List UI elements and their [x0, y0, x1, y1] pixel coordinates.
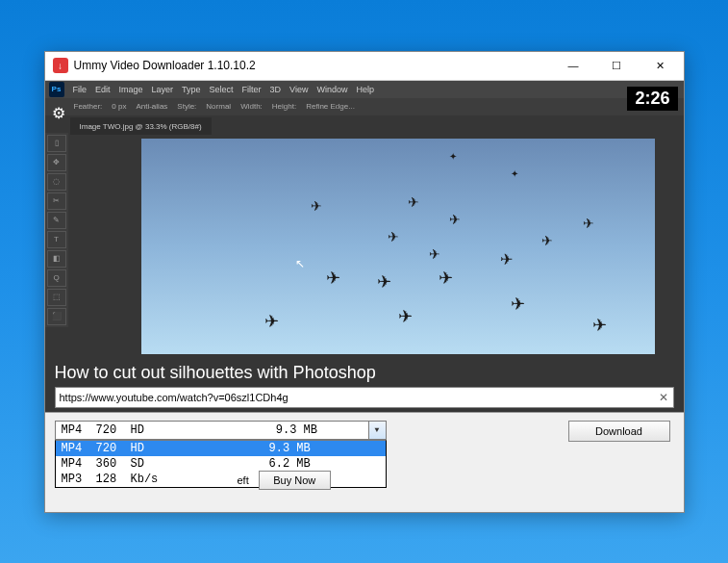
- close-button[interactable]: ✕: [639, 52, 682, 79]
- ps-menu-item: Type: [182, 85, 201, 94]
- format-dropdown: MP4 720 HD 9.3 MBMP4 360 SD 6.2 MBMP3 12…: [55, 440, 387, 488]
- ps-opt: Style:: [177, 102, 196, 111]
- url-input[interactable]: [56, 392, 654, 403]
- settings-icon[interactable]: ⚙: [49, 104, 68, 123]
- bird-icon: ✈: [592, 315, 607, 336]
- clear-url-icon[interactable]: ✕: [654, 391, 673, 404]
- ps-menu-item: Window: [316, 85, 347, 94]
- bird-icon: ✈: [583, 216, 594, 231]
- ps-menu-item: File: [73, 85, 88, 94]
- video-title: How to cut out silhouettes with Photosho…: [55, 363, 376, 383]
- window-title: Ummy Video Downloader 1.10.10.2: [74, 59, 552, 72]
- format-option[interactable]: MP4 720 HD 9.3 MB: [56, 441, 386, 456]
- ps-tool-icon: ✥: [47, 154, 66, 171]
- app-window: Ummy Video Downloader 1.10.10.2 — ☐ ✕ Ps…: [44, 51, 685, 513]
- video-preview: Ps File Edit Image Layer Type Select Fil…: [45, 81, 684, 412]
- video-thumbnail-canvas: ✦ ✦ ✈ ✈ ✈ ✈ ✈ ✈ ✈ ✈ ✈ ✈ ✈ ✈ ✈ ✈ ✈ ↖: [141, 139, 655, 354]
- bird-icon: ✈: [311, 198, 322, 214]
- ps-menu-item: Help: [356, 85, 374, 94]
- maximize-button[interactable]: ☐: [595, 52, 639, 79]
- ps-opt: Normal: [206, 102, 231, 111]
- ps-opt: Feather:: [74, 102, 103, 111]
- window-controls: — ☐ ✕: [552, 52, 682, 79]
- chevron-down-icon: ▼: [368, 422, 386, 439]
- video-duration: 2:26: [627, 87, 677, 111]
- cursor-icon: ↖: [295, 257, 305, 270]
- format-option[interactable]: MP3 128 Kb/s 2.2 MB: [56, 472, 386, 487]
- bottom-panel: MP4 720 HD 9.3 MB ▼ MP4 720 HD 9.3 MBMP4…: [45, 412, 684, 512]
- photoshop-options-bar: Feather: 0 px Anti-alias Style: Normal W…: [45, 98, 684, 115]
- ps-tool-icon: ◌: [47, 173, 66, 191]
- ps-tool-icon: ⬛: [47, 308, 66, 325]
- trial-row: eft Buy Now: [238, 471, 331, 490]
- ps-opt: Anti-alias: [136, 102, 167, 111]
- photoshop-logo-icon: Ps: [49, 82, 64, 97]
- ps-menu-item: Filter: [242, 85, 262, 94]
- photoshop-menubar: Ps File Edit Image Layer Type Select Fil…: [45, 81, 684, 98]
- ps-menu-item: Edit: [95, 85, 111, 94]
- format-select: MP4 720 HD 9.3 MB ▼ MP4 720 HD 9.3 MBMP4…: [55, 421, 387, 488]
- ps-tool-icon: T: [47, 231, 66, 248]
- trial-text: eft: [238, 474, 249, 486]
- bird-icon: ✈: [264, 311, 279, 332]
- bird-icon: ✈: [449, 212, 461, 227]
- bird-icon: ✈: [429, 246, 440, 262]
- url-input-bar: ✕: [55, 387, 674, 408]
- bird-icon: ✈: [500, 250, 513, 269]
- bird-icon: ✈: [408, 194, 419, 210]
- bird-icon: ✈: [326, 268, 340, 289]
- titlebar: Ummy Video Downloader 1.10.10.2 — ☐ ✕: [45, 52, 684, 81]
- ps-tool-icon: ▯: [47, 135, 66, 152]
- bird-icon: ✦: [511, 168, 518, 179]
- photoshop-tab: Image TWO.jpg @ 33.3% (RGB/8#): [70, 117, 212, 135]
- bird-icon: ✈: [439, 268, 453, 289]
- photoshop-toolbar: ▯ ✥ ◌ ✂ ✎ T ◧ Q ⬚ ⬛: [45, 133, 68, 327]
- ps-menu-item: View: [289, 85, 308, 94]
- bird-icon: ✈: [377, 271, 391, 293]
- ps-tool-icon: ◧: [47, 250, 66, 268]
- bird-icon: ✦: [449, 151, 457, 162]
- ps-menu-item: 3D: [270, 85, 282, 94]
- ps-menu-item: Select: [210, 85, 234, 94]
- format-selected-label: MP4 720 HD 9.3 MB: [56, 423, 368, 437]
- bird-icon: ✈: [541, 233, 553, 248]
- format-option[interactable]: MP4 360 SD 6.2 MB: [56, 456, 386, 472]
- ps-opt: Height:: [272, 102, 296, 111]
- bird-icon: ✈: [511, 294, 525, 315]
- ps-opt: Refine Edge...: [306, 102, 355, 111]
- minimize-button[interactable]: —: [552, 52, 595, 79]
- ps-opt: Width:: [240, 102, 263, 111]
- ps-tool-icon: ✎: [47, 212, 66, 229]
- ps-menu-item: Layer: [152, 85, 174, 94]
- ps-opt: 0 px: [112, 102, 126, 111]
- format-select-button[interactable]: MP4 720 HD 9.3 MB ▼: [55, 421, 387, 440]
- ps-tool-icon: ✂: [47, 192, 66, 210]
- app-icon: [53, 58, 68, 73]
- download-button[interactable]: Download: [568, 421, 670, 442]
- ps-tool-icon: ⬚: [47, 289, 66, 306]
- ps-menu-item: Image: [119, 85, 143, 94]
- buy-now-button[interactable]: Buy Now: [259, 471, 331, 490]
- bird-icon: ✈: [398, 306, 413, 327]
- ps-tool-icon: Q: [47, 269, 66, 287]
- bird-icon: ✈: [388, 229, 399, 244]
